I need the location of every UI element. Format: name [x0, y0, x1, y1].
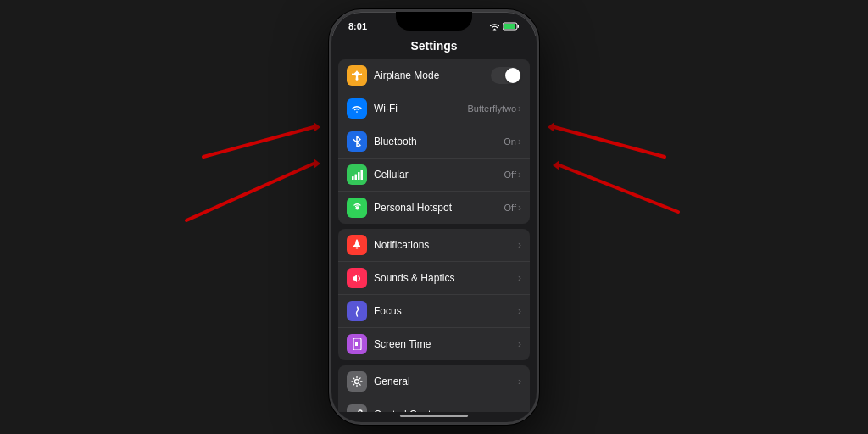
airplane-label: Airplane Mode — [374, 70, 487, 81]
connectivity-group: Airplane Mode Wi-Fi Butterflytwo › — [331, 59, 537, 224]
alerts-group: Notifications › Sounds & Haptics › F — [331, 229, 537, 360]
notifications-label: Notifications — [374, 239, 518, 251]
settings-item-cellular[interactable]: Cellular Off › — [338, 159, 530, 192]
sounds-icon — [347, 268, 367, 288]
screentime-chevron: › — [518, 338, 521, 350]
settings-list[interactable]: Airplane Mode Wi-Fi Butterflytwo › — [331, 59, 537, 412]
general-label: General — [374, 376, 518, 387]
svg-marker-1 — [314, 122, 320, 132]
svg-rect-14 — [360, 170, 363, 180]
battery-status-icon — [503, 22, 520, 31]
wifi-chevron: › — [518, 103, 521, 114]
settings-title: Settings — [331, 36, 537, 59]
cellular-chevron: › — [518, 169, 521, 181]
wifi-status-icon — [489, 22, 500, 31]
svg-line-6 — [559, 165, 678, 212]
status-icons — [489, 22, 520, 31]
settings-item-airplane[interactable]: Airplane Mode — [338, 59, 530, 92]
focus-icon — [347, 301, 367, 321]
settings-item-notifications[interactable]: Notifications › — [338, 229, 530, 262]
svg-marker-3 — [314, 159, 320, 169]
wifi-value: Butterflytwo — [468, 103, 516, 114]
bluetooth-label: Bluetooth — [374, 136, 504, 147]
control-center-icon — [347, 404, 367, 412]
svg-rect-18 — [355, 342, 358, 346]
cellular-value: Off — [504, 170, 516, 180]
hotspot-value: Off — [504, 203, 516, 213]
svg-line-0 — [203, 127, 314, 157]
screentime-icon — [347, 334, 367, 354]
screentime-label: Screen Time — [374, 338, 518, 350]
hotspot-icon — [347, 198, 367, 218]
svg-rect-11 — [352, 176, 354, 180]
bluetooth-chevron: › — [518, 136, 521, 147]
notifications-icon — [347, 235, 367, 255]
svg-line-4 — [554, 127, 665, 157]
settings-item-hotspot[interactable]: Personal Hotspot Off › — [338, 192, 530, 224]
settings-item-sounds[interactable]: Sounds & Haptics › — [338, 262, 530, 295]
settings-item-general[interactable]: General › — [338, 365, 530, 398]
control-center-chevron: › — [518, 409, 521, 412]
system-group: General › Control Center › AA Display — [331, 365, 537, 412]
general-chevron: › — [518, 376, 521, 387]
wifi-label: Wi-Fi — [374, 103, 468, 114]
bluetooth-icon — [347, 131, 367, 152]
svg-rect-12 — [354, 175, 357, 181]
settings-item-focus[interactable]: Focus › — [338, 295, 530, 328]
settings-item-bluetooth[interactable]: Bluetooth On › — [338, 125, 530, 159]
airplane-icon — [347, 65, 367, 86]
general-icon — [347, 371, 367, 392]
svg-point-21 — [359, 410, 362, 413]
svg-marker-7 — [553, 160, 559, 170]
settings-item-screentime[interactable]: Screen Time › — [338, 328, 530, 360]
notch — [396, 12, 472, 31]
notifications-chevron: › — [518, 239, 521, 251]
focus-label: Focus — [374, 305, 518, 317]
airplane-toggle[interactable] — [491, 67, 521, 84]
scroll-indicator — [400, 415, 468, 417]
settings-item-wifi[interactable]: Wi-Fi Butterflytwo › — [338, 92, 530, 125]
svg-marker-5 — [548, 122, 554, 132]
status-time: 8:01 — [348, 21, 367, 31]
phone-frame: 8:01 Settings — [329, 9, 539, 425]
svg-rect-9 — [518, 25, 520, 28]
hotspot-chevron: › — [518, 202, 521, 214]
svg-rect-10 — [504, 24, 515, 29]
svg-rect-13 — [358, 172, 360, 180]
wifi-icon — [347, 98, 367, 119]
cellular-icon — [347, 164, 367, 185]
cellular-label: Cellular — [374, 169, 504, 181]
svg-rect-16 — [356, 248, 359, 249]
hotspot-label: Personal Hotspot — [374, 202, 504, 214]
svg-line-2 — [186, 164, 314, 220]
svg-point-15 — [355, 206, 359, 209]
settings-item-control-center[interactable]: Control Center › — [338, 398, 530, 412]
svg-point-19 — [355, 380, 359, 384]
sounds-label: Sounds & Haptics — [374, 272, 518, 284]
control-center-label: Control Center — [374, 409, 518, 412]
sounds-chevron: › — [518, 272, 521, 284]
focus-chevron: › — [518, 305, 521, 317]
settings-screen: Settings Airplane Mode Wi-Fi — [331, 36, 537, 422]
bluetooth-value: On — [504, 136, 516, 147]
